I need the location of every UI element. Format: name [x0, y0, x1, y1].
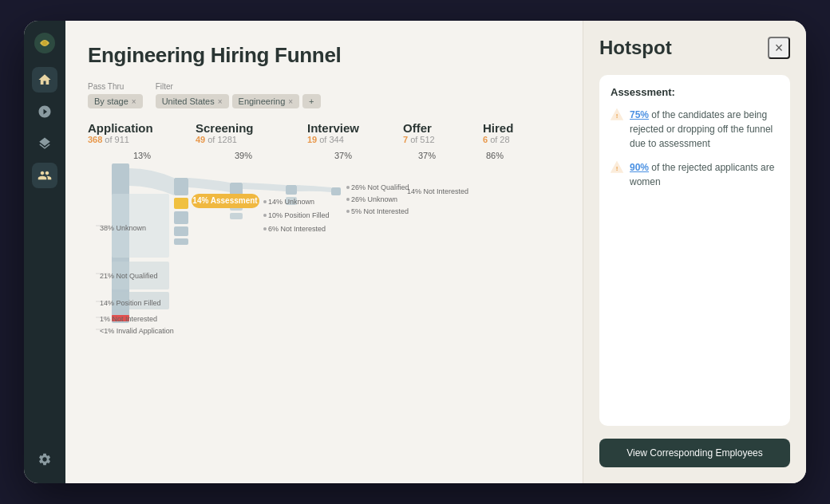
svg-rect-19 [331, 187, 341, 195]
stage-hired-name: Hired [483, 121, 547, 135]
svg-text:6% Not Interested: 6% Not Interested [268, 225, 326, 233]
filter-tag-us-close[interactable]: × [218, 97, 223, 106]
filter-tag-us[interactable]: United States × [156, 94, 229, 108]
svg-point-42 [263, 200, 267, 203]
assessment-pct-1[interactable]: 75% [630, 109, 649, 120]
filters-row: Pass Thru By stage × Filter United State… [88, 82, 560, 108]
svg-point-43 [263, 214, 267, 217]
svg-point-44 [263, 227, 267, 230]
svg-rect-9 [174, 178, 188, 195]
stage-hired-total: of 28 [490, 135, 509, 144]
sidebar [24, 21, 65, 483]
assessment-pct-2[interactable]: 90% [630, 162, 649, 173]
svg-text:14% Not Interested: 14% Not Interested [407, 187, 468, 195]
stage-screening-name: Screening [196, 121, 307, 135]
sidebar-icon-users[interactable] [32, 163, 57, 188]
pass-thru-filter: Pass Thru By stage × [88, 82, 143, 108]
funnel-svg: 13% 39% 37% 37% 86% [88, 146, 551, 369]
svg-point-47 [346, 210, 350, 213]
svg-text:37%: 37% [418, 151, 436, 160]
app-logo[interactable] [34, 32, 56, 54]
svg-text:86%: 86% [486, 151, 504, 160]
svg-text:13%: 13% [133, 151, 151, 160]
svg-text:1% Not Interested: 1% Not Interested [100, 315, 157, 323]
svg-point-46 [346, 198, 350, 201]
svg-text:39%: 39% [235, 151, 252, 160]
svg-rect-10 [174, 198, 188, 209]
stage-interview-count: 19 [307, 135, 317, 144]
pass-thru-tag[interactable]: By stage × [88, 94, 143, 108]
svg-rect-17 [286, 185, 297, 195]
stage-hired-count: 6 [483, 135, 488, 144]
stage-screening: Screening 49 of 1281 [196, 121, 307, 144]
main-content: Engineering Hiring Funnel Pass Thru By s… [65, 21, 583, 483]
page-title: Engineering Hiring Funnel [88, 43, 560, 68]
warning-icon-1: ! [611, 108, 623, 121]
warning-icon-2: ! [611, 161, 623, 174]
filter-label: Filter [156, 82, 321, 91]
svg-text:14% Unknown: 14% Unknown [268, 198, 314, 206]
svg-text:10% Position Filled: 10% Position Filled [268, 211, 330, 219]
sidebar-icon-chart[interactable] [32, 99, 57, 124]
stage-application: Application 368 of 911 [88, 121, 196, 144]
svg-rect-13 [174, 238, 188, 245]
assessment-text-2: 90% of the rejected applicants are women [630, 160, 779, 189]
svg-text:38% Unknown: 38% Unknown [100, 224, 146, 232]
svg-text:26% Not Qualified: 26% Not Qualified [351, 183, 409, 191]
filter-tag-engineering[interactable]: Engineering × [232, 94, 300, 108]
svg-rect-16 [230, 213, 243, 219]
assessment-card-label: Assessment: [611, 86, 779, 98]
pass-thru-label: Pass Thru [88, 82, 143, 91]
svg-text:5% Not Interested: 5% Not Interested [351, 207, 409, 215]
svg-text:!: ! [616, 165, 619, 172]
hotspot-title: Hotspot [599, 37, 672, 59]
svg-point-45 [346, 186, 350, 189]
view-corresponding-employees-button[interactable]: View Corresponding Employees [599, 439, 790, 467]
svg-text:14% Assessment: 14% Assessment [192, 196, 258, 205]
svg-text:21% Not Qualified: 21% Not Qualified [100, 272, 158, 280]
hotspot-header: Hotspot × [599, 37, 790, 59]
pass-thru-tag-close[interactable]: × [132, 97, 136, 106]
assessment-card: Assessment: ! 75% of the candidates are … [599, 75, 790, 426]
sidebar-icon-layers[interactable] [32, 131, 57, 156]
filter-tag-engineering-close[interactable]: × [288, 97, 293, 106]
filter-tag-add[interactable]: + [302, 94, 320, 108]
svg-text:26% Unknown: 26% Unknown [351, 195, 397, 203]
stage-application-total: of 911 [105, 135, 129, 144]
assessment-item-2: ! 90% of the rejected applicants are wom… [611, 160, 779, 189]
sidebar-icon-settings[interactable] [32, 447, 57, 472]
filter-group: Filter United States × Engineering × + [156, 82, 321, 108]
stage-interview-total: of 344 [319, 135, 344, 144]
hotspot-close-button[interactable]: × [768, 37, 790, 59]
stage-interview: Interview 19 of 344 [307, 121, 403, 144]
stage-offer: Offer 7 of 512 [403, 121, 483, 144]
stage-hired: Hired 6 of 28 [483, 121, 547, 144]
stage-screening-total: of 1281 [208, 135, 237, 144]
svg-rect-11 [174, 211, 188, 224]
svg-text:37%: 37% [334, 151, 352, 160]
stage-application-name: Application [88, 121, 196, 135]
svg-rect-12 [174, 226, 188, 236]
funnel-container: Application 368 of 911 Screening 49 of 1… [88, 121, 560, 467]
hotspot-panel: Hotspot × Assessment: ! 75% of the candi… [583, 21, 806, 483]
stage-offer-total: of 512 [410, 135, 435, 144]
svg-text:<1% Invalid Application: <1% Invalid Application [100, 327, 174, 335]
stage-offer-count: 7 [403, 135, 408, 144]
assessment-text-1: 75% of the candidates are being rejected… [630, 108, 779, 151]
sidebar-icon-home[interactable] [32, 67, 57, 93]
stage-screening-count: 49 [196, 135, 205, 144]
assessment-item-1: ! 75% of the candidates are being reject… [611, 108, 779, 151]
stage-application-count: 368 [88, 135, 102, 144]
stage-offer-name: Offer [403, 121, 483, 135]
stage-interview-name: Interview [307, 121, 403, 135]
svg-text:!: ! [616, 112, 619, 120]
svg-text:14% Position Filled: 14% Position Filled [100, 299, 161, 307]
svg-rect-14 [230, 183, 243, 195]
svg-point-1 [42, 41, 47, 45]
